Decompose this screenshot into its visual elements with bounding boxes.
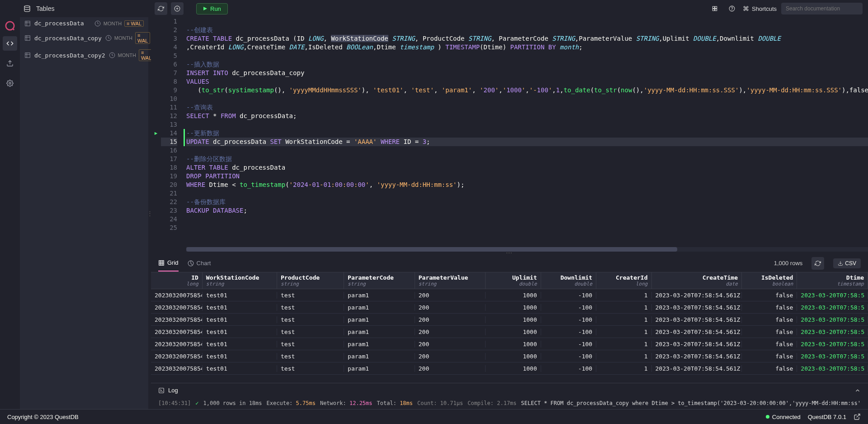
column-header[interactable]: Dtimetimestamp bbox=[797, 272, 868, 289]
table-row[interactable]: 20230320075854561test01testparam12001000… bbox=[151, 362, 868, 375]
slack-icon[interactable] bbox=[708, 2, 721, 15]
svg-rect-21 bbox=[25, 53, 30, 58]
column-header[interactable]: CreaterIdlong bbox=[596, 272, 651, 289]
table-row[interactable]: 20230320075854561test01testparam12001000… bbox=[151, 289, 868, 301]
connection-status: Connected bbox=[766, 414, 801, 420]
panel-title: Tables bbox=[36, 5, 54, 12]
svg-rect-25 bbox=[159, 260, 164, 265]
nav-settings[interactable] bbox=[3, 76, 17, 91]
database-icon bbox=[24, 5, 31, 12]
svg-point-9 bbox=[732, 10, 732, 10]
column-header[interactable]: IsDeletedboolean bbox=[742, 272, 797, 289]
svg-rect-13 bbox=[25, 21, 30, 26]
sql-editor[interactable]: 1234567891011121314151617181920212223242… bbox=[151, 17, 868, 246]
svg-point-12 bbox=[9, 82, 11, 84]
export-csv-button[interactable]: CSV bbox=[833, 258, 861, 268]
status-query: SELECT * FROM dc_processData_copy where … bbox=[521, 400, 861, 406]
svg-rect-4 bbox=[712, 6, 714, 8]
table-item[interactable]: dc_processData_copyMONTH≡ WAL bbox=[20, 29, 148, 47]
run-button[interactable]: Run bbox=[196, 3, 228, 14]
topbar: Tables Run ⌘Shortcuts bbox=[0, 0, 868, 17]
column-header[interactable]: ParameterCodestring bbox=[344, 272, 415, 289]
add-button[interactable] bbox=[171, 2, 184, 15]
svg-rect-5 bbox=[715, 6, 717, 8]
status-rows: 1,000 rows in 18ms bbox=[203, 400, 262, 406]
svg-rect-7 bbox=[715, 9, 717, 11]
tab-grid[interactable]: Grid bbox=[158, 259, 179, 272]
column-header[interactable]: ProductCodestring bbox=[277, 272, 344, 289]
row-count: 1,000 rows bbox=[774, 260, 803, 267]
external-link-icon[interactable] bbox=[854, 413, 861, 420]
log-bar[interactable]: Log bbox=[151, 383, 868, 397]
svg-point-0 bbox=[24, 5, 30, 7]
column-header[interactable]: IDlong bbox=[151, 272, 203, 289]
tab-chart[interactable]: Chart bbox=[188, 259, 211, 272]
table-row[interactable]: 20230320075854561test01testparam12001000… bbox=[151, 350, 868, 362]
results-grid[interactable]: IDlongWorkStationCodestringProductCodest… bbox=[151, 272, 868, 383]
copyright: Copyright © 2023 QuestDB bbox=[7, 414, 79, 420]
footer: Copyright © 2023 QuestDB Connected Quest… bbox=[0, 409, 868, 424]
tables-panel: dc_processDataMONTH≡ WALdc_processData_c… bbox=[20, 17, 148, 409]
svg-line-34 bbox=[857, 414, 860, 417]
column-header[interactable]: Uplimitdouble bbox=[486, 272, 541, 289]
status-time: [10:45:31] bbox=[158, 400, 191, 406]
column-header[interactable]: WorkStationCodestring bbox=[203, 272, 277, 289]
editor-hscrollbar[interactable] bbox=[186, 247, 868, 252]
table-row[interactable]: 20230320075854561test01testparam12001000… bbox=[151, 338, 868, 350]
column-header[interactable]: ParameterValuestring bbox=[415, 272, 486, 289]
table-item[interactable]: dc_processDataMONTH≡ WAL bbox=[20, 17, 148, 29]
version: QuestDB 7.0.1 bbox=[808, 414, 846, 420]
questdb-logo bbox=[5, 21, 15, 31]
nav-console[interactable] bbox=[3, 36, 17, 51]
check-icon: ✓ bbox=[195, 400, 198, 406]
sidebar-rail bbox=[0, 17, 20, 409]
table-row[interactable]: 20230320075854561test01testparam12001000… bbox=[151, 326, 868, 338]
column-header[interactable]: CreateTimedate bbox=[652, 272, 742, 289]
table-row[interactable]: 20230320075854561test01testparam12001000… bbox=[151, 314, 868, 326]
search-input[interactable] bbox=[781, 3, 863, 14]
svg-rect-17 bbox=[25, 36, 30, 41]
svg-rect-6 bbox=[712, 9, 714, 11]
shortcuts-button[interactable]: ⌘Shortcuts bbox=[743, 5, 777, 12]
column-header[interactable]: Downlimitdouble bbox=[541, 272, 596, 289]
nav-import[interactable] bbox=[3, 56, 17, 71]
log-label: Log bbox=[168, 387, 178, 394]
run-label: Run bbox=[210, 5, 221, 12]
refresh-button[interactable] bbox=[155, 2, 167, 15]
table-row[interactable]: 20230320075854561test01testparam12001000… bbox=[151, 301, 868, 314]
help-icon[interactable] bbox=[726, 2, 738, 15]
collapse-icon[interactable] bbox=[854, 387, 861, 394]
status-line: [10:45:31] ✓ 1,000 rows in 18ms Execute:… bbox=[151, 397, 868, 409]
results-bar: Grid Chart 1,000 rows CSV bbox=[151, 254, 868, 272]
table-item[interactable]: dc_processData_copy2MONTH≡ WAL bbox=[20, 47, 148, 64]
refresh-results-button[interactable] bbox=[811, 257, 824, 270]
